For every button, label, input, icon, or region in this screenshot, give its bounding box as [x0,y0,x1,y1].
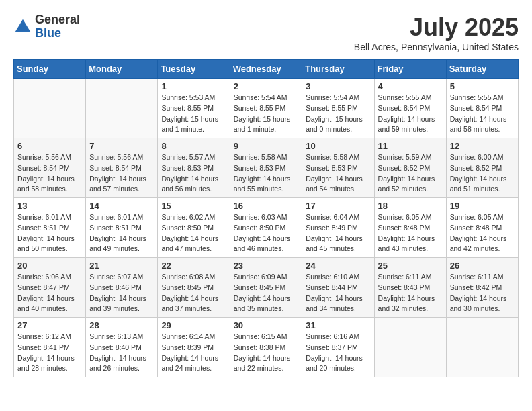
sunset-text: Sunset: 8:48 PM [450,224,502,232]
daylight-text: Daylight: 14 hours and 42 minutes. [450,234,507,253]
weekday-header: Tuesday [158,60,230,79]
sunset-text: Sunset: 8:53 PM [161,164,214,172]
daylight-text: Daylight: 14 hours and 52 minutes. [378,175,435,193]
sunset-text: Sunset: 8:54 PM [89,164,142,172]
calendar-cell: 29Sunrise: 6:14 AMSunset: 8:39 PMDayligh… [158,318,230,377]
day-info: Sunrise: 6:07 AMSunset: 8:46 PMDaylight:… [89,272,154,314]
day-number: 6 [17,141,82,151]
sunset-text: Sunset: 8:43 PM [378,283,431,291]
day-info: Sunrise: 6:11 AMSunset: 8:42 PMDaylight:… [450,272,515,314]
day-number: 4 [378,81,443,91]
day-number: 26 [450,261,515,271]
calendar: SundayMondayTuesdayWednesdayThursdayFrid… [13,59,519,377]
day-info: Sunrise: 5:57 AMSunset: 8:53 PMDaylight:… [161,152,226,195]
daylight-text: Daylight: 14 hours and 56 minutes. [161,175,218,193]
calendar-cell: 18Sunrise: 6:05 AMSunset: 8:48 PMDayligh… [374,198,446,258]
daylight-text: Daylight: 14 hours and 22 minutes. [234,354,291,373]
daylight-text: Daylight: 14 hours and 20 minutes. [306,354,363,373]
calendar-cell: 3Sunrise: 5:54 AMSunset: 8:55 PMDaylight… [302,79,374,138]
calendar-cell: 7Sunrise: 5:56 AMSunset: 8:54 PMDaylight… [86,138,158,198]
day-number: 28 [89,320,154,330]
daylight-text: Daylight: 14 hours and 59 minutes. [378,115,435,134]
sunset-text: Sunset: 8:52 PM [378,164,431,172]
calendar-week-row: 6Sunrise: 5:56 AMSunset: 8:54 PMDaylight… [14,138,519,198]
sunset-text: Sunset: 8:55 PM [234,104,286,112]
sunrise-text: Sunrise: 6:04 AM [306,213,359,221]
sunrise-text: Sunrise: 5:54 AM [234,93,287,101]
sunset-text: Sunset: 8:42 PM [450,283,502,291]
logo-blue: Blue [35,26,61,40]
sunset-text: Sunset: 8:37 PM [306,343,358,351]
sunset-text: Sunset: 8:53 PM [234,164,286,172]
page-header: General Blue July 2025 Bell Acres, Penns… [13,13,519,52]
day-number: 13 [17,201,82,211]
day-number: 2 [234,81,299,91]
sunrise-text: Sunrise: 6:00 AM [450,153,504,161]
calendar-cell: 1Sunrise: 5:53 AMSunset: 8:55 PMDaylight… [158,79,230,138]
day-info: Sunrise: 6:10 AMSunset: 8:44 PMDaylight:… [306,272,370,314]
day-number: 10 [306,141,370,151]
daylight-text: Daylight: 14 hours and 32 minutes. [378,294,435,313]
day-number: 30 [234,320,299,330]
calendar-cell: 8Sunrise: 5:57 AMSunset: 8:53 PMDaylight… [158,138,230,198]
day-info: Sunrise: 6:01 AMSunset: 8:51 PMDaylight:… [17,212,82,255]
sunrise-text: Sunrise: 5:59 AM [378,153,432,161]
daylight-text: Daylight: 14 hours and 30 minutes. [450,294,507,313]
calendar-cell: 25Sunrise: 6:11 AMSunset: 8:43 PMDayligh… [374,258,446,318]
sunset-text: Sunset: 8:51 PM [17,224,70,232]
logo-general: General [35,13,80,26]
daylight-text: Daylight: 14 hours and 40 minutes. [17,294,75,313]
day-info: Sunrise: 5:59 AMSunset: 8:52 PMDaylight:… [378,152,443,195]
daylight-text: Daylight: 14 hours and 58 minutes. [450,115,507,134]
sunset-text: Sunset: 8:54 PM [17,164,70,172]
daylight-text: Daylight: 14 hours and 51 minutes. [450,175,507,193]
logo: General Blue [13,13,80,40]
day-number: 3 [306,81,370,91]
day-number: 19 [450,201,515,211]
daylight-text: Daylight: 14 hours and 37 minutes. [161,294,218,313]
calendar-cell: 28Sunrise: 6:13 AMSunset: 8:40 PMDayligh… [86,318,158,377]
day-number: 15 [161,201,226,211]
sunset-text: Sunset: 8:40 PM [89,343,142,351]
sunrise-text: Sunrise: 5:57 AM [161,153,215,161]
day-info: Sunrise: 6:01 AMSunset: 8:51 PMDaylight:… [89,212,154,255]
calendar-cell: 13Sunrise: 6:01 AMSunset: 8:51 PMDayligh… [14,198,86,258]
sunset-text: Sunset: 8:45 PM [234,283,286,291]
calendar-cell: 19Sunrise: 6:05 AMSunset: 8:48 PMDayligh… [446,198,518,258]
day-number: 25 [378,261,443,271]
calendar-cell: 12Sunrise: 6:00 AMSunset: 8:52 PMDayligh… [446,138,518,198]
daylight-text: Daylight: 14 hours and 57 minutes. [89,175,146,193]
logo-text: General Blue [35,13,80,40]
sunrise-text: Sunrise: 6:07 AM [89,273,143,281]
sunset-text: Sunset: 8:50 PM [234,224,286,232]
day-info: Sunrise: 6:06 AMSunset: 8:47 PMDaylight:… [17,272,82,314]
calendar-cell: 15Sunrise: 6:02 AMSunset: 8:50 PMDayligh… [158,198,230,258]
daylight-text: Daylight: 14 hours and 45 minutes. [306,234,363,253]
sunrise-text: Sunrise: 6:01 AM [89,213,143,221]
sunset-text: Sunset: 8:55 PM [306,104,358,112]
calendar-week-row: 27Sunrise: 6:12 AMSunset: 8:41 PMDayligh… [14,318,519,377]
day-number: 14 [89,201,154,211]
sunset-text: Sunset: 8:49 PM [306,224,358,232]
daylight-text: Daylight: 14 hours and 47 minutes. [161,234,218,253]
weekday-header: Monday [86,60,158,79]
day-info: Sunrise: 5:56 AMSunset: 8:54 PMDaylight:… [89,152,154,195]
sunset-text: Sunset: 8:44 PM [306,283,358,291]
sunset-text: Sunset: 8:54 PM [378,104,431,112]
weekday-header-row: SundayMondayTuesdayWednesdayThursdayFrid… [14,60,519,79]
daylight-text: Daylight: 14 hours and 58 minutes. [17,175,75,193]
weekday-header: Saturday [446,60,518,79]
calendar-week-row: 13Sunrise: 6:01 AMSunset: 8:51 PMDayligh… [14,198,519,258]
calendar-cell: 14Sunrise: 6:01 AMSunset: 8:51 PMDayligh… [86,198,158,258]
sunrise-text: Sunrise: 5:56 AM [17,153,71,161]
day-number: 8 [161,141,226,151]
sunrise-text: Sunrise: 5:55 AM [450,93,504,101]
day-number: 29 [161,320,226,330]
calendar-cell: 22Sunrise: 6:08 AMSunset: 8:45 PMDayligh… [158,258,230,318]
sunset-text: Sunset: 8:55 PM [161,104,214,112]
calendar-cell: 31Sunrise: 6:16 AMSunset: 8:37 PMDayligh… [302,318,374,377]
sunrise-text: Sunrise: 6:01 AM [17,213,71,221]
daylight-text: Daylight: 14 hours and 39 minutes. [89,294,146,313]
day-info: Sunrise: 6:15 AMSunset: 8:38 PMDaylight:… [234,332,299,374]
calendar-cell: 21Sunrise: 6:07 AMSunset: 8:46 PMDayligh… [86,258,158,318]
